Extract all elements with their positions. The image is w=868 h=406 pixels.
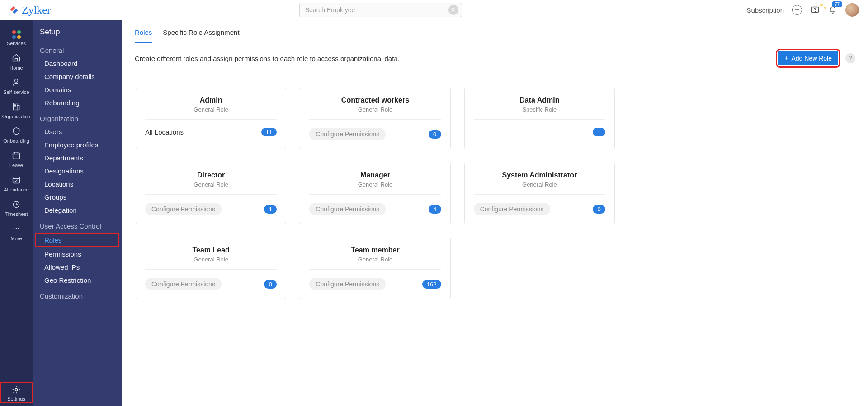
rail-item-selfservice[interactable]: Self-service bbox=[0, 74, 33, 98]
help-icon[interactable] bbox=[810, 5, 820, 15]
configure-permissions-button[interactable]: Configure Permissions bbox=[474, 203, 550, 215]
rail-label: Self-service bbox=[3, 89, 29, 95]
role-count-badge: 1 bbox=[264, 205, 277, 214]
rail-label: Attendance bbox=[4, 187, 29, 192]
role-card[interactable]: Team memberGeneral RoleConfigure Permiss… bbox=[300, 238, 450, 299]
rail-item-organization[interactable]: Organization bbox=[0, 98, 33, 123]
role-type: Specific Role bbox=[474, 106, 605, 120]
content-area: RolesSpecific Role Assignment Create dif… bbox=[122, 20, 868, 406]
rail-item-timesheet[interactable]: Timesheet bbox=[0, 196, 33, 220]
rail-label: Organization bbox=[2, 114, 30, 119]
sidepanel-section: User Access Control bbox=[33, 217, 122, 233]
sidepanel-link-locations[interactable]: Locations bbox=[33, 177, 122, 191]
configure-permissions-button[interactable]: Configure Permissions bbox=[309, 278, 386, 290]
role-card[interactable]: Contracted workersGeneral RoleConfigure … bbox=[300, 88, 450, 149]
rail-item-leave[interactable]: Leave bbox=[0, 147, 33, 172]
leave-icon bbox=[12, 151, 21, 161]
topbar-right: Subscription 77 bbox=[746, 3, 859, 17]
rail-item-attendance[interactable]: Attendance bbox=[0, 172, 33, 196]
role-card[interactable]: DirectorGeneral RoleConfigure Permission… bbox=[136, 163, 286, 224]
role-card[interactable]: ManagerGeneral RoleConfigure Permissions… bbox=[300, 163, 450, 224]
sidepanel-link-company-details[interactable]: Company details bbox=[33, 70, 122, 83]
rail-label: Leave bbox=[9, 163, 23, 168]
tab-roles[interactable]: Roles bbox=[135, 28, 152, 43]
add-new-role-button[interactable]: + Add New Role bbox=[778, 51, 838, 65]
configure-permissions-button[interactable]: Configure Permissions bbox=[309, 203, 386, 215]
rail-label: Timesheet bbox=[5, 211, 28, 217]
svg-point-6 bbox=[15, 79, 18, 82]
nav-rail: ServicesHomeSelf-serviceOrganizationOnbo… bbox=[0, 20, 33, 406]
sidepanel-section: General bbox=[33, 41, 122, 57]
role-name: Admin bbox=[145, 96, 277, 104]
sidepanel-link-allowed-ips[interactable]: Allowed IPs bbox=[33, 261, 122, 274]
rail-item-more[interactable]: More bbox=[0, 220, 33, 245]
search-icon[interactable] bbox=[448, 5, 458, 15]
role-name: Contracted workers bbox=[309, 96, 441, 104]
sidepanel-section: Organization bbox=[33, 109, 122, 125]
sidepanel-link-employee-profiles[interactable]: Employee profiles bbox=[33, 138, 122, 151]
role-count-badge: 4 bbox=[429, 205, 441, 214]
sidepanel-link-domains[interactable]: Domains bbox=[33, 83, 122, 96]
role-card[interactable]: Team LeadGeneral RoleConfigure Permissio… bbox=[136, 238, 286, 299]
avatar[interactable] bbox=[845, 3, 859, 17]
roles-grid: AdminGeneral RoleAll Locations11Contract… bbox=[122, 74, 628, 313]
sidepanel-section: Customization bbox=[33, 287, 122, 303]
sidepanel-link-rebranding[interactable]: Rebranding bbox=[33, 96, 122, 109]
configure-permissions-button[interactable]: Configure Permissions bbox=[145, 278, 222, 290]
notifications-icon[interactable]: 77 bbox=[828, 5, 837, 15]
search-box bbox=[299, 3, 462, 17]
subscription-link[interactable]: Subscription bbox=[746, 6, 784, 14]
role-type: General Role bbox=[309, 181, 441, 195]
sidepanel-link-users[interactable]: Users bbox=[33, 125, 122, 138]
context-help-icon[interactable]: ? bbox=[845, 53, 855, 63]
add-button-label: Add New Role bbox=[792, 55, 832, 62]
add-icon[interactable] bbox=[792, 5, 802, 15]
sidepanel-link-designations[interactable]: Designations bbox=[33, 164, 122, 177]
rail-item-services[interactable]: Services bbox=[0, 27, 33, 50]
rail-item-onboarding[interactable]: Onboarding bbox=[0, 123, 33, 147]
role-type: General Role bbox=[309, 106, 441, 120]
svg-point-0 bbox=[452, 8, 454, 11]
role-card[interactable]: Data AdminSpecific Role1 bbox=[464, 88, 615, 149]
role-count-badge: 0 bbox=[593, 205, 605, 214]
page-description: Create different roles and assign permis… bbox=[135, 55, 400, 62]
setup-sidepanel: Setup GeneralDashboardCompany detailsDom… bbox=[33, 20, 122, 406]
role-count-badge: 0 bbox=[429, 130, 441, 139]
rail-item-home[interactable]: Home bbox=[0, 50, 33, 74]
brand-mark-icon bbox=[9, 5, 19, 15]
search-input[interactable] bbox=[299, 3, 462, 17]
rail-label: Onboarding bbox=[3, 138, 29, 144]
svg-rect-16 bbox=[13, 177, 20, 183]
organization-icon bbox=[12, 102, 21, 112]
rail-label: Services bbox=[7, 41, 26, 46]
role-count-badge: 162 bbox=[422, 280, 441, 289]
sidepanel-link-groups[interactable]: Groups bbox=[33, 191, 122, 204]
rail-label: More bbox=[10, 236, 22, 241]
rail-item-settings[interactable]: Settings bbox=[0, 382, 33, 403]
sidepanel-heading: Setup bbox=[33, 20, 122, 41]
role-count-badge: 11 bbox=[261, 128, 277, 136]
configure-permissions-button[interactable]: Configure Permissions bbox=[309, 128, 386, 140]
configure-permissions-button[interactable]: Configure Permissions bbox=[145, 203, 222, 215]
role-type: General Role bbox=[145, 256, 277, 270]
role-card[interactable]: AdminGeneral RoleAll Locations11 bbox=[136, 88, 286, 149]
sidepanel-link-permissions[interactable]: Permissions bbox=[33, 247, 122, 261]
brand-logo[interactable]: Zylker bbox=[9, 4, 51, 16]
role-type: General Role bbox=[474, 181, 605, 195]
selfservice-icon bbox=[12, 78, 21, 88]
svg-rect-12 bbox=[13, 153, 20, 159]
role-type: General Role bbox=[309, 256, 441, 270]
sidepanel-link-delegation[interactable]: Delegation bbox=[33, 204, 122, 217]
role-name: Data Admin bbox=[474, 96, 605, 104]
sidepanel-link-geo-restriction[interactable]: Geo Restriction bbox=[33, 274, 122, 287]
role-name: Team Lead bbox=[145, 246, 277, 254]
role-name: Team member bbox=[309, 246, 441, 254]
timesheet-icon bbox=[12, 200, 21, 210]
sidepanel-link-dashboard[interactable]: Dashboard bbox=[33, 57, 122, 70]
sidepanel-link-roles[interactable]: Roles bbox=[35, 233, 119, 247]
tab-specific-role-assignment[interactable]: Specific Role Assignment bbox=[163, 28, 239, 43]
sidepanel-link-departments[interactable]: Departments bbox=[33, 151, 122, 164]
role-card[interactable]: System AdministratorGeneral RoleConfigur… bbox=[464, 163, 615, 224]
role-name: System Administrator bbox=[474, 171, 605, 179]
svg-point-22 bbox=[16, 228, 17, 229]
